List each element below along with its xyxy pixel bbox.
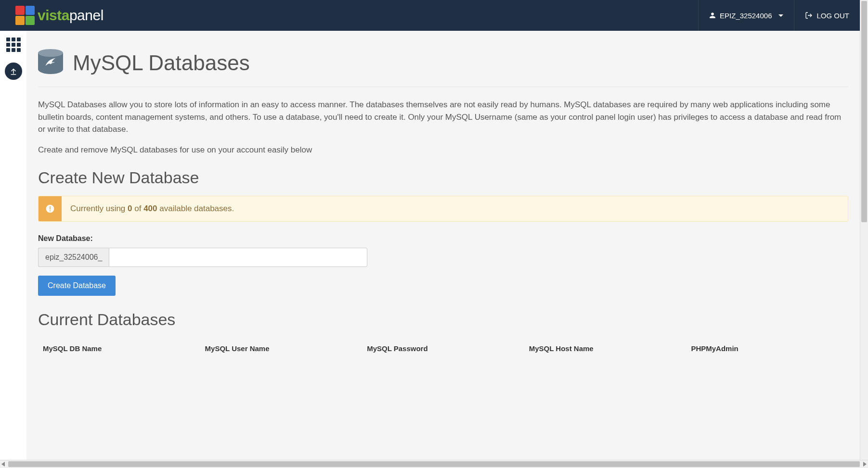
vertical-scrollbar[interactable] — [860, 0, 868, 460]
username-label: EPIZ_32524006 — [720, 12, 772, 20]
create-database-button[interactable]: Create Database — [38, 276, 116, 296]
col-user-name: MySQL User Name — [200, 342, 363, 355]
database-prefix: epiz_32524006_ — [38, 248, 109, 267]
col-password: MySQL Password — [362, 342, 524, 355]
create-database-heading: Create New Database — [38, 168, 848, 187]
horizontal-scrollbar[interactable] — [0, 460, 868, 468]
page-title-row: MySQL Databases — [38, 42, 848, 87]
page-sub-description: Create and remove MySQL databases for us… — [38, 145, 848, 155]
chevron-down-icon — [778, 14, 783, 17]
database-name-input[interactable] — [109, 248, 367, 267]
col-db-name: MySQL DB Name — [38, 342, 200, 355]
logout-icon — [805, 12, 813, 19]
databases-table-header: MySQL DB Name MySQL User Name MySQL Pass… — [38, 338, 848, 355]
horizontal-scrollbar-thumb[interactable] — [8, 461, 860, 467]
brand-logo[interactable]: vistapanel — [15, 6, 104, 25]
main-content: MySQL Databases MySQL Databases allow yo… — [26, 31, 860, 460]
col-host-name: MySQL Host Name — [524, 342, 687, 355]
upload-button[interactable] — [5, 63, 22, 80]
svg-rect-1 — [50, 206, 51, 210]
vertical-scrollbar-thumb[interactable] — [861, 1, 867, 222]
current-databases-heading: Current Databases — [38, 310, 848, 329]
page-description: MySQL Databases allow you to store lots … — [38, 99, 848, 136]
alert-text: Currently using 0 of 400 available datab… — [62, 196, 243, 221]
logout-button[interactable]: LOG OUT — [794, 0, 860, 31]
scroll-right-icon[interactable] — [863, 462, 867, 467]
database-name-input-group: epiz_32524006_ — [38, 248, 367, 267]
svg-point-2 — [50, 210, 51, 211]
page-title: MySQL Databases — [73, 51, 250, 75]
usage-alert: Currently using 0 of 400 available datab… — [38, 196, 848, 222]
apps-grid-icon[interactable] — [6, 38, 21, 52]
new-database-label: New Database: — [38, 234, 848, 243]
alert-icon-wrap — [39, 196, 62, 221]
user-icon — [709, 12, 716, 19]
col-phpmyadmin: PHPMyAdmin — [686, 342, 848, 355]
scroll-left-icon[interactable] — [1, 462, 5, 467]
logo-squares-icon — [15, 6, 35, 25]
database-icon — [38, 49, 63, 77]
brand-text: vistapanel — [38, 7, 104, 24]
sidebar — [0, 31, 26, 460]
logout-label: LOG OUT — [816, 12, 849, 20]
warning-icon — [45, 204, 55, 214]
upload-icon — [9, 67, 18, 76]
app-header: vistapanel EPIZ_32524006 LOG OUT — [0, 0, 860, 31]
user-menu[interactable]: EPIZ_32524006 — [698, 0, 794, 31]
